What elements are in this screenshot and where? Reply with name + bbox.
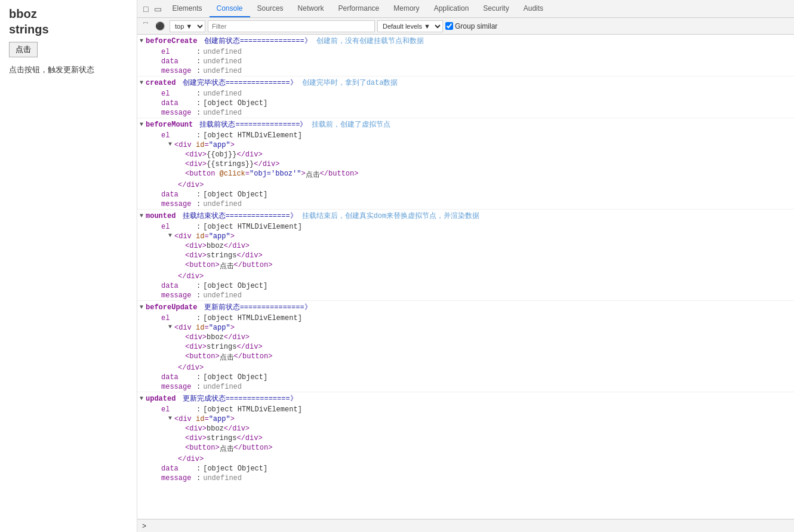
toggle-arrow: ▼ [140, 395, 143, 402]
log-row: <div>strings</div> [137, 433, 794, 443]
console-prompt: > [142, 522, 146, 530]
toggle-arrow: ▼ [140, 121, 143, 128]
log-row: message : undefined [137, 199, 794, 209]
tab-audits[interactable]: Audits [516, 0, 550, 17]
section-header-beforeCreate[interactable]: ▼ beforeCreate 创建前状态===============》 创建前… [137, 35, 794, 47]
log-row: el : undefined [137, 47, 794, 57]
toggle-arrow: ▼ [140, 213, 143, 219]
log-row: <button>点击</button> [137, 443, 794, 454]
toggle-arrow: ▼ [140, 38, 143, 44]
section-header-updated[interactable]: ▼ updated 更新完成状态===============》 [137, 392, 794, 405]
log-row: data : [object Object] [137, 464, 794, 473]
log-row: </div> [137, 272, 794, 281]
toggle-arrow: ▼ [140, 304, 143, 310]
log-row: message : undefined [137, 66, 794, 76]
log-row: <button>点击</button> [137, 260, 794, 272]
section-header-beforeUpdate[interactable]: ▼ beforeUpdate 更新前状态===============》 [137, 301, 794, 313]
log-row-tree[interactable]: ▼ <div id="app"> [137, 414, 794, 424]
devtools-inspect-icon[interactable]: □ [140, 3, 151, 15]
log-row: el : [object HTMLDivElement] [137, 131, 794, 140]
log-row: <div>bboz</div> [137, 241, 794, 251]
log-row: data : [object Object] [137, 99, 794, 108]
app-panel: bboz strings 点击 点击按钮，触发更新状态 [0, 0, 137, 532]
log-row: </div> [137, 363, 794, 373]
tab-network[interactable]: Network [291, 0, 331, 17]
log-row-tree[interactable]: ▼ <div id="app"> [137, 232, 794, 241]
tab-security[interactable]: Security [476, 0, 516, 17]
log-row: el : [object HTMLDivElement] [137, 405, 794, 414]
app-title: bboz strings [9, 6, 128, 37]
console-footer[interactable]: > [137, 519, 794, 532]
log-row-tree[interactable]: ▼ <div id="app"> [137, 140, 794, 150]
log-row: el : undefined [137, 89, 794, 99]
levels-select[interactable]: Default levels ▼ [377, 20, 443, 32]
log-row: message : undefined [137, 473, 794, 483]
console-stop-button[interactable]: ⚫ [153, 20, 167, 32]
devtools-tabbar: □ ▭ Elements Console Sources Network Per… [137, 0, 794, 18]
tab-elements[interactable]: Elements [165, 0, 209, 17]
devtools-device-icon[interactable]: ▭ [151, 3, 165, 15]
section-header-beforeMount[interactable]: ▼ beforeMount 挂载前状态===============》 挂载前，… [137, 118, 794, 131]
app-click-button[interactable]: 点击 [9, 42, 38, 57]
log-row: <div>strings</div> [137, 342, 794, 352]
tab-application[interactable]: Application [427, 0, 476, 17]
console-clear-button[interactable]: ⎴ [141, 20, 150, 32]
log-row: el : [object HTMLDivElement] [137, 313, 794, 323]
tab-sources[interactable]: Sources [250, 0, 291, 17]
log-row: </div> [137, 180, 794, 190]
log-row: message : undefined [137, 108, 794, 118]
log-row: <div>{{strings}}</div> [137, 159, 794, 169]
tab-console[interactable]: Console [210, 0, 250, 17]
section-mounted: ▼ mounted 挂载结束状态===============》 挂载结束后，创… [137, 210, 794, 301]
tab-memory[interactable]: Memory [386, 0, 426, 17]
log-row: </div> [137, 454, 794, 464]
tab-performance[interactable]: Performance [331, 0, 387, 17]
group-similar-label: Group similar [445, 22, 497, 30]
section-header-created[interactable]: ▼ created 创建完毕状态===============》 创建完毕时，拿… [137, 76, 794, 89]
log-row: <div>bboz</div> [137, 333, 794, 342]
section-updated: ▼ updated 更新完成状态===============》 el : [o… [137, 392, 794, 483]
log-row: data : [object Object] [137, 373, 794, 382]
log-row: <div>{{obj}}</div> [137, 150, 794, 159]
section-beforeCreate: ▼ beforeCreate 创建前状态===============》 创建前… [137, 35, 794, 76]
log-row: data : [object Object] [137, 190, 794, 199]
devtools-panel: □ ▭ Elements Console Sources Network Per… [137, 0, 794, 532]
section-header-mounted[interactable]: ▼ mounted 挂载结束状态===============》 挂载结束后，创… [137, 210, 794, 222]
log-row: data : [object Object] [137, 281, 794, 291]
log-row: <button @click="obj='bboz'">点击</button> [137, 169, 794, 180]
app-hint: 点击按钮，触发更新状态 [9, 64, 128, 75]
context-select[interactable]: top ▼ [170, 20, 205, 32]
log-row: <button>点击</button> [137, 352, 794, 363]
console-output: ▼ beforeCreate 创建前状态===============》 创建前… [137, 35, 794, 519]
log-row: message : undefined [137, 382, 794, 392]
section-created: ▼ created 创建完毕状态===============》 创建完毕时，拿… [137, 76, 794, 118]
group-similar-checkbox[interactable] [445, 22, 453, 30]
section-beforeMount: ▼ beforeMount 挂载前状态===============》 挂载前，… [137, 118, 794, 210]
log-row: message : undefined [137, 291, 794, 300]
log-row: <div>strings</div> [137, 251, 794, 260]
section-beforeUpdate: ▼ beforeUpdate 更新前状态===============》 el … [137, 301, 794, 392]
toggle-arrow: ▼ [140, 79, 143, 86]
console-toolbar: ⎴ ⚫ top ▼ Default levels ▼ Group similar [137, 18, 794, 35]
log-row-tree[interactable]: ▼ <div id="app"> [137, 323, 794, 333]
log-row: data : undefined [137, 57, 794, 66]
group-similar-text: Group similar [455, 22, 497, 30]
log-row: el : [object HTMLDivElement] [137, 222, 794, 232]
filter-input[interactable] [208, 20, 375, 32]
log-row: <div>bboz</div> [137, 424, 794, 433]
